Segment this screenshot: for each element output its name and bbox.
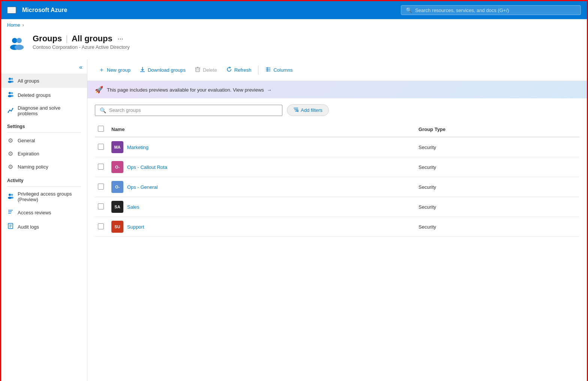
top-nav: Microsoft Azure 🔍 <box>1 1 587 19</box>
sidebar-item-deleted-groups[interactable]: Deleted groups <box>1 88 87 102</box>
table-row: SU Support Security <box>95 217 579 237</box>
add-filters-button[interactable]: Add filters <box>287 104 329 116</box>
svg-point-12 <box>8 112 9 113</box>
row-checkbox-cell <box>95 137 108 157</box>
preview-text: This page includes previews available fo… <box>107 87 272 93</box>
columns-icon <box>265 66 271 74</box>
sidebar-item-expiration[interactable]: ⚙ Expiration <box>1 147 87 160</box>
sidebar-item-privileged[interactable]: Privileged access groups (Preview) <box>1 188 87 205</box>
group-name-sales[interactable]: Sales <box>127 204 140 210</box>
svg-point-11 <box>10 95 14 97</box>
svg-point-3 <box>15 45 24 50</box>
new-group-button[interactable]: ＋ New group <box>95 64 134 76</box>
svg-point-9 <box>11 92 13 94</box>
group-search-container: 🔍 <box>95 105 282 116</box>
sidebar-item-diagnose-label: Diagnose and solve problems <box>18 105 81 116</box>
select-all-checkbox[interactable] <box>98 126 104 132</box>
hamburger-menu[interactable] <box>7 7 16 14</box>
sidebar-item-all-groups-label: All groups <box>18 78 39 84</box>
activity-divider <box>7 186 81 187</box>
row-checkbox-support[interactable] <box>98 223 104 229</box>
sidebar-item-all-groups[interactable]: All groups <box>1 74 87 88</box>
sidebar-item-general[interactable]: ⚙ General <box>1 134 87 147</box>
new-group-plus-icon: ＋ <box>99 66 105 74</box>
sidebar-item-audit-logs[interactable]: Audit logs <box>1 220 87 234</box>
row-checkbox-ops-general[interactable] <box>98 184 104 190</box>
row-name-cell-ops-callout: O- Ops - Callout Rota <box>108 157 416 177</box>
delete-button[interactable]: Delete <box>191 64 221 76</box>
row-name-cell-marketing: MA Marketing <box>108 137 416 157</box>
deleted-groups-icon <box>7 91 14 99</box>
svg-point-7 <box>10 81 14 83</box>
group-avatar-support: SU <box>111 221 123 233</box>
sidebar-item-naming-policy[interactable]: ⚙ Naming policy <box>1 160 87 173</box>
page-title: Groups | All groups ··· <box>33 34 130 44</box>
svg-point-14 <box>9 194 11 196</box>
groups-table-wrapper: Name Group Type MA Marketing Security <box>87 119 587 240</box>
group-name-ops-callout[interactable]: Ops - Callout Rota <box>127 164 167 170</box>
sidebar-item-audit-logs-label: Audit logs <box>18 224 39 230</box>
breadcrumb-separator: › <box>22 23 24 28</box>
access-reviews-icon <box>7 208 14 217</box>
svg-point-0 <box>12 38 17 43</box>
all-groups-icon <box>7 77 14 85</box>
group-avatar-ops-general: O- <box>111 181 123 193</box>
sidebar-item-diagnose[interactable]: Diagnose and solve problems <box>1 102 87 119</box>
group-name-marketing[interactable]: Marketing <box>127 145 148 150</box>
row-type-cell-support: Security <box>416 217 579 237</box>
page-header-text: Groups | All groups ··· Contoso Corporat… <box>33 34 130 50</box>
global-search-icon: 🔍 <box>406 7 412 13</box>
svg-rect-26 <box>196 68 200 72</box>
columns-button[interactable]: Columns <box>261 64 296 76</box>
row-type-cell-ops-general: Security <box>416 177 579 197</box>
svg-point-1 <box>16 38 22 43</box>
breadcrumb-home[interactable]: Home <box>7 22 20 28</box>
download-icon <box>140 66 146 74</box>
sidebar-item-access-reviews[interactable]: Access reviews <box>1 205 87 220</box>
svg-point-4 <box>9 78 11 80</box>
download-groups-button[interactable]: Download groups <box>136 64 189 76</box>
row-checkbox-ops-callout[interactable] <box>98 164 104 170</box>
diagnose-icon <box>7 107 14 115</box>
name-column-header: Name <box>108 122 416 137</box>
table-row: SA Sales Security <box>95 197 579 217</box>
row-checkbox-cell <box>95 217 108 237</box>
preview-banner: 🚀 This page includes previews available … <box>87 81 587 98</box>
group-type-column-header: Group Type <box>416 122 579 137</box>
row-checkbox-cell <box>95 157 108 177</box>
toolbar: ＋ New group Download groups <box>87 59 587 81</box>
row-name-cell-support: SU Support <box>108 217 416 237</box>
audit-logs-icon <box>7 223 14 231</box>
breadcrumb: Home › <box>1 19 587 31</box>
naming-policy-icon: ⚙ <box>7 163 14 170</box>
row-checkbox-sales[interactable] <box>98 203 104 209</box>
group-avatar-sales: SA <box>111 201 123 213</box>
group-avatar-ops-callout: O- <box>111 161 123 173</box>
svg-point-15 <box>11 194 13 196</box>
expiration-icon: ⚙ <box>7 150 14 157</box>
privileged-icon <box>7 193 14 201</box>
main-layout: « All groups D <box>1 59 587 381</box>
sidebar-item-expiration-label: Expiration <box>18 151 39 157</box>
settings-divider <box>7 132 81 133</box>
group-name-support[interactable]: Support <box>127 224 144 230</box>
group-name-ops-general[interactable]: Ops - General <box>127 184 158 190</box>
row-checkbox-marketing[interactable] <box>98 144 104 150</box>
group-search-input[interactable] <box>109 107 278 113</box>
search-area: 🔍 Add filters <box>87 98 587 119</box>
sidebar: « All groups D <box>1 59 87 381</box>
svg-point-13 <box>12 108 14 109</box>
sidebar-item-access-reviews-label: Access reviews <box>18 210 51 215</box>
general-icon: ⚙ <box>7 137 14 144</box>
ellipsis-button[interactable]: ··· <box>116 35 125 43</box>
sidebar-item-deleted-groups-label: Deleted groups <box>18 92 51 98</box>
refresh-button[interactable]: Refresh <box>222 64 255 76</box>
activity-section-title: Activity <box>1 173 87 185</box>
select-all-header <box>95 122 108 137</box>
filter-icon <box>293 107 298 113</box>
sidebar-item-general-label: General <box>18 138 35 143</box>
global-search-input[interactable] <box>415 8 576 13</box>
row-type-cell-ops-callout: Security <box>416 157 579 177</box>
table-row: O- Ops - Callout Rota Security <box>95 157 579 177</box>
collapse-sidebar-button[interactable]: « <box>79 64 82 71</box>
